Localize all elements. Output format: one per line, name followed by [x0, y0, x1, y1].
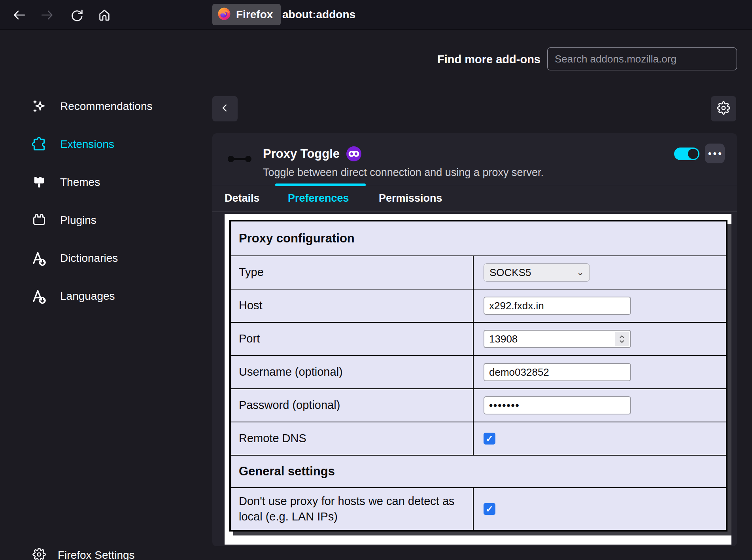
check-icon: ✓ [486, 504, 493, 515]
sidebar-item-label: Languages [60, 290, 115, 303]
sparkles-icon [31, 98, 47, 115]
chevron-down-icon: ⌄ [577, 267, 584, 278]
proxy-preferences-table: Proxy configuration Type SOCKS5 ⌄ Host P… [229, 220, 727, 532]
tab-details[interactable]: Details [225, 185, 260, 212]
paintbrush-icon [31, 174, 47, 191]
port-label: Port [231, 323, 474, 355]
gear-icon [717, 101, 730, 116]
gear-icon [32, 548, 46, 560]
no-proxy-local-label: Don't use proxy for hosts we can detect … [231, 488, 474, 530]
sidebar-item-label: Recommendations [60, 100, 152, 113]
spinner-up-icon [619, 335, 625, 339]
back-nav-button[interactable] [10, 6, 28, 24]
sidebar-item-label: Extensions [60, 138, 114, 151]
url-site-chip[interactable]: Firefox [212, 4, 281, 25]
sidebar-item-themes[interactable]: Themes [31, 163, 189, 201]
spinner-down-icon [619, 340, 625, 343]
addon-name: Proxy Toggle [263, 147, 340, 161]
host-field[interactable] [484, 297, 631, 315]
sidebar-item-dictionaries[interactable]: Dictionaries [31, 239, 189, 277]
toggle-knob [688, 149, 698, 159]
table-row-port: Port [231, 322, 726, 355]
sidebar-item-plugins[interactable]: Plugins [31, 201, 189, 239]
addon-more-options-button[interactable]: ••• [705, 144, 725, 163]
addons-tools-button[interactable] [711, 96, 736, 121]
recommended-badge-icon [346, 146, 362, 162]
letter-a-download-icon [31, 250, 47, 267]
addons-search [547, 47, 737, 70]
sidebar-item-languages[interactable]: Languages [31, 277, 189, 315]
table-row-type: Type SOCKS5 ⌄ [231, 255, 726, 289]
ellipsis-icon: ••• [707, 148, 723, 159]
password-label: Password (optional) [231, 389, 474, 422]
tab-preferences[interactable]: Preferences [288, 185, 349, 212]
forward-arrow-icon [40, 8, 54, 22]
check-icon: ✓ [486, 433, 493, 444]
username-field[interactable] [484, 363, 631, 381]
password-field[interactable] [484, 396, 631, 414]
sidebar-item-label: Dictionaries [60, 252, 118, 265]
addon-enabled-toggle[interactable] [674, 148, 699, 160]
url-bar-text[interactable]: about:addons [282, 0, 355, 30]
letter-a-download-icon [31, 288, 47, 305]
addon-options-frame: Proxy configuration Type SOCKS5 ⌄ Host P… [225, 214, 731, 545]
sidebar-item-recommendations[interactable]: Recommendations [31, 87, 189, 125]
host-label: Host [231, 289, 474, 322]
no-proxy-local-checkbox[interactable]: ✓ [484, 503, 495, 515]
browser-toolbar: Firefox about:addons [0, 0, 752, 30]
forward-nav-button[interactable] [38, 6, 56, 24]
firefox-logo-icon [217, 7, 231, 23]
sidebar-item-label: Plugins [60, 214, 96, 227]
table-row-host: Host [231, 289, 726, 322]
home-icon [98, 9, 111, 21]
addon-description: Toggle between direct connection and usi… [263, 166, 544, 179]
table-row-remote-dns: Remote DNS ✓ [231, 422, 726, 455]
url-chip-label: Firefox [236, 8, 273, 21]
port-field[interactable] [484, 330, 631, 348]
puzzle-icon [31, 136, 47, 153]
home-button[interactable] [95, 6, 113, 24]
number-spinner[interactable] [615, 332, 629, 346]
table-row-no-proxy-local: Don't use proxy for hosts we can detect … [231, 487, 726, 530]
table-row-password: Password (optional) [231, 388, 726, 422]
addon-back-button[interactable] [212, 96, 238, 121]
general-settings-heading: General settings [231, 455, 726, 487]
tab-permissions[interactable]: Permissions [379, 185, 442, 212]
proxy-configuration-heading: Proxy configuration [231, 221, 726, 255]
type-select[interactable]: SOCKS5 ⌄ [484, 263, 590, 282]
proxy-toggle-addon-icon [227, 154, 252, 166]
firefox-settings-label: Firefox Settings [58, 549, 135, 560]
addon-tabbar: Details Preferences Permissions [212, 185, 737, 212]
find-more-addons-label: Find more add-ons [437, 53, 540, 66]
addon-detail-card: Proxy Toggle Toggle between direct conne… [212, 133, 737, 546]
sidebar-item-label: Themes [60, 176, 100, 189]
plug-icon [31, 212, 47, 229]
username-label: Username (optional) [231, 356, 474, 388]
remote-dns-label: Remote DNS [231, 422, 474, 455]
reload-button[interactable] [68, 6, 86, 24]
remote-dns-checkbox[interactable]: ✓ [484, 433, 495, 445]
chevron-left-icon [220, 103, 230, 115]
addons-search-input[interactable] [547, 47, 737, 70]
back-arrow-icon [13, 8, 26, 22]
sidebar-item-firefox-settings[interactable]: Firefox Settings [32, 543, 135, 560]
type-label: Type [231, 256, 474, 289]
reload-icon [70, 9, 83, 21]
table-row-username: Username (optional) [231, 355, 726, 388]
sidebar-item-extensions[interactable]: Extensions [31, 125, 189, 163]
